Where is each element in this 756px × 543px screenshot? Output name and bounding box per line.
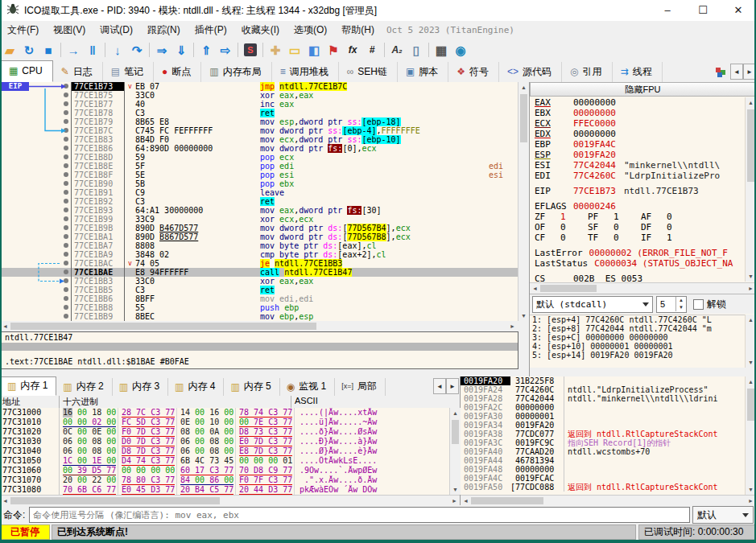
dump-vscrollbar[interactable]: ▲▼ xyxy=(449,408,461,495)
disasm-row[interactable]: 77CE1BA78808mov byte ptr ds:[eax],cl xyxy=(0,241,518,250)
stack-row[interactable]: 0019FA28 77C42044ntdll."minkernel\\ntdll… xyxy=(461,394,744,403)
argument-row[interactable]: 4: [esp+10] 00000001 00000001 xyxy=(530,342,746,351)
stack-row[interactable]: 0019FA34 0019FA20 xyxy=(461,421,744,430)
stack-row[interactable]: 0019FA40 77CAAD20ntdll.wcstombs+70 xyxy=(461,447,744,456)
tab-memory-map[interactable]: ▥内存布局 xyxy=(201,62,271,82)
tab-cpu[interactable]: ▦CPU xyxy=(0,60,53,82)
maximize-button[interactable]: ☐ xyxy=(685,0,721,21)
stack-hscrollbar[interactable]: ◄► xyxy=(461,495,756,506)
tab-symbols[interactable]: ❖符号 xyxy=(448,62,499,82)
tab-call-stack[interactable]: ≡调用堆栈 xyxy=(272,62,339,82)
handles-icon[interactable] xyxy=(715,67,726,78)
argument-row[interactable]: 2: [esp+8] 77C42044 ntdll.77C42044 "m xyxy=(530,324,746,333)
register-row[interactable]: EIP77CE1B73ntdll.77CE1B73 xyxy=(530,186,746,196)
hash-icon[interactable]: # xyxy=(362,41,382,59)
step-out-icon[interactable]: ⇓ xyxy=(171,41,191,59)
menu-item-视[interactable]: 视图(V) xyxy=(46,21,93,39)
dump-row[interactable]: 77C310200C 00 0E 00F0 7D C3 7708 00 0A 0… xyxy=(0,427,449,437)
disasm-row[interactable]: 77CE1B8F5Epop esiesi xyxy=(0,171,518,179)
internet-icon[interactable]: ◉ xyxy=(451,41,470,59)
tab-source-code[interactable]: <>源代码 xyxy=(499,62,562,82)
register-row[interactable]: EDI77C4260C"LdrpInitializePro xyxy=(530,171,746,181)
menu-item-选[interactable]: 选项(O) xyxy=(287,21,334,39)
disasm-row[interactable]: 77CE1BACv74 05je ntdll.77CE1BB3 xyxy=(0,259,518,268)
disasm-vscrollbar[interactable]: ▲▼ xyxy=(518,82,529,321)
argument-row[interactable]: 5: [esp+14] 0019FA20 0019FA20 xyxy=(530,351,746,360)
seh-chain-icon[interactable]: S xyxy=(241,41,260,59)
remote-debug-icon[interactable]: ▯ xyxy=(407,41,426,59)
stack-row[interactable]: 0019FA4C 0019FCAC xyxy=(461,474,744,483)
stack-row[interactable]: 0019FA3C 0019FC9C指向SEH_Record[1]的指针 xyxy=(461,438,744,447)
minimize-button[interactable]: – xyxy=(650,0,685,21)
dump-row[interactable]: 77C3104006 00 08 00D8 7D C3 7706 00 08 0… xyxy=(0,446,449,456)
open-file-icon[interactable]: ▰ xyxy=(0,41,19,59)
tab-notes[interactable]: ▤笔记 xyxy=(103,62,154,82)
disasm-row[interactable]: 77CE1B838B4D F0mov ecx,dword ptr ss:[ebp… xyxy=(0,135,518,144)
argument-count-stepper[interactable]: 5▲▼ xyxy=(656,296,687,313)
command-input[interactable] xyxy=(29,507,690,523)
restart-icon[interactable]: ↻ xyxy=(19,41,39,59)
registers-hscrollbar[interactable]: ◄► xyxy=(530,282,756,294)
tab-memory-dump[interactable]: ▥内存 1 xyxy=(0,376,56,396)
labels-icon[interactable]: ◧ xyxy=(304,41,324,59)
unlock-checkbox[interactable] xyxy=(693,299,704,310)
disasm-row[interactable]: 77CE1B73vEB 07jmp ntdll.77CE1B7C xyxy=(0,82,518,91)
tab-memory-dump[interactable]: ▥内存 5 xyxy=(224,378,279,396)
stack-row[interactable]: 0019FA24 77C4260Cntdll."LdrpInitializePr… xyxy=(461,385,744,394)
disasm-row[interactable]: 77CE1BB68BFFmov edi,edi xyxy=(0,294,518,303)
menu-item-跟[interactable]: 跟踪(N) xyxy=(140,21,188,39)
register-row[interactable]: EFLAGS00000246 xyxy=(530,201,746,212)
tab-script[interactable]: ▣脚本 xyxy=(398,62,448,82)
disasm-row[interactable]: 77CE1BA1890D B867D577mov dword ptr ds:[7… xyxy=(0,232,518,241)
disasm-row[interactable]: 77CE1B91C9leave xyxy=(0,188,518,197)
register-row[interactable]: EAX00000000 xyxy=(530,97,746,108)
assemble-icon[interactable]: A₂ xyxy=(387,41,407,59)
patches-icon[interactable]: ✚ xyxy=(266,41,285,59)
disasm-row[interactable]: 77CE1B7533C0xor eax,eax xyxy=(0,91,518,100)
stack-row[interactable]: 0019FA30 00000001 xyxy=(461,412,744,421)
tab-threads[interactable]: ⇉线程 xyxy=(613,62,663,82)
calling-convention-select[interactable]: 默认 (stdcall) xyxy=(532,296,653,313)
register-row[interactable]: OF0SF0DF0 xyxy=(530,222,746,232)
disasm-row[interactable]: 77CE1BB98BECmov ebp,esp xyxy=(0,312,518,321)
disasm-row[interactable]: 77CE1B9933C9xor ecx,ecx xyxy=(0,215,518,224)
hide-fpu-button[interactable]: 隐藏FPU xyxy=(530,82,756,97)
register-row[interactable]: ECXFFEC0000 xyxy=(530,118,746,129)
menu-item-文[interactable]: 文件(F) xyxy=(0,21,46,39)
disasm-row[interactable]: 77CE1BA93848 02cmp byte ptr ds:[eax+2],c… xyxy=(0,250,518,259)
dump-tab-scroll-left-button[interactable]: ◄ xyxy=(433,378,446,394)
run-to-user-code-icon[interactable]: ⇨ xyxy=(216,41,235,59)
tab-watch[interactable]: ◉监视 1 xyxy=(280,378,336,396)
stack-row[interactable]: 0019FA2C 00000000 xyxy=(461,403,744,412)
disasm-row[interactable]: 77CE1B8E5Fpop ediedi xyxy=(0,162,518,171)
menu-item-插[interactable]: 插件(P) xyxy=(188,21,234,39)
tab-memory-dump[interactable]: ▥内存 3 xyxy=(113,378,168,396)
step-into-icon[interactable]: ↓ xyxy=(108,41,127,59)
disasm-row[interactable]: 77CE1B798B65 E8mov esp,dword ptr ss:[ebp… xyxy=(0,117,518,126)
argument-row[interactable]: 1: [esp+4] 77C4260C ntdll.77C4260C "L xyxy=(530,315,746,324)
disasm-row[interactable]: 77CE1B78C3ret xyxy=(0,109,518,117)
disasm-hscrollbar[interactable]: ◄► xyxy=(0,321,518,331)
comments-icon[interactable]: ▭ xyxy=(285,41,304,59)
stack-row[interactable]: 0019FA48 00000000 xyxy=(461,465,744,474)
disasm-row[interactable]: 77CE1BB855push ebp xyxy=(0,303,518,312)
register-row[interactable]: ESI77C42044"minkernel\\ntdll\ xyxy=(530,160,746,171)
trace-icon[interactable]: fx xyxy=(343,41,362,59)
menu-item-帮[interactable]: 帮助(H) xyxy=(334,21,382,39)
dump-hscrollbar[interactable]: ◄► xyxy=(0,495,460,506)
bookmarks-icon[interactable]: ⚑ xyxy=(324,41,343,59)
run-icon[interactable]: → xyxy=(64,41,83,59)
register-row[interactable]: EBX00000000 xyxy=(530,108,746,118)
execute-till-return-icon[interactable]: ⇑ xyxy=(196,41,216,59)
register-row[interactable]: LastError00000002 (ERROR_FILE_NOT_F xyxy=(530,248,746,258)
dump-row[interactable]: 77C310501C 00 1E 00D4 74 C3 776B 4C 73 4… xyxy=(0,456,449,466)
close-button[interactable]: ✕ xyxy=(721,0,756,21)
close-debuggee-icon[interactable]: ■ xyxy=(39,41,58,59)
tab-locals[interactable]: [x=]局部 xyxy=(335,378,386,396)
disasm-row[interactable]: 77CE1B7740inc eax xyxy=(0,100,518,109)
disasm-row[interactable]: 77CE1B92C3ret xyxy=(0,197,518,206)
register-row[interactable]: EDX00000000 xyxy=(530,129,746,139)
disasm-row[interactable]: 77CE1BAEE8 94FFFFFFcall ntdll.77CE1B47 xyxy=(0,268,518,277)
argument-row[interactable]: 3: [esp+C] 00000000 00000000 xyxy=(530,333,746,342)
disasm-row[interactable]: 77CE1B9B890D B467D577mov dword ptr ds:[7… xyxy=(0,224,518,232)
